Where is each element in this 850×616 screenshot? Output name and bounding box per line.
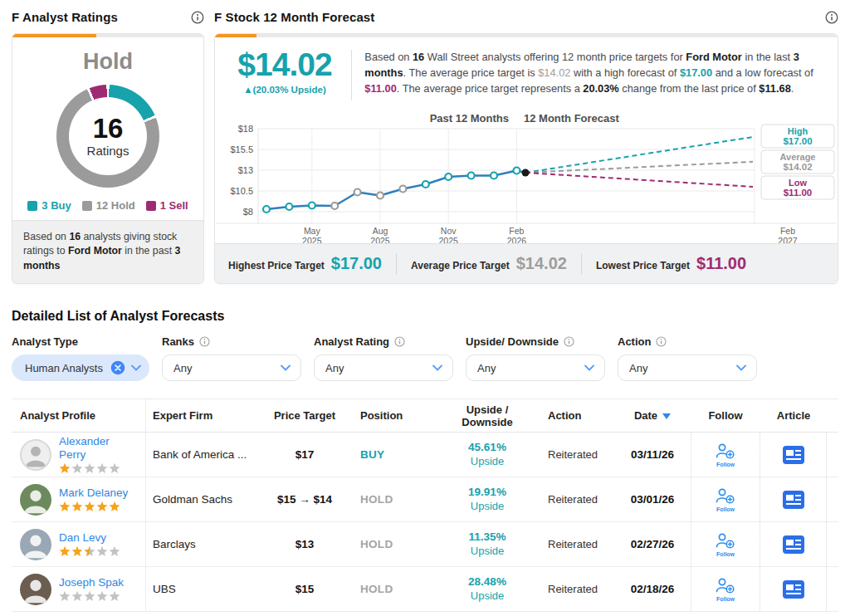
filter-label-row: Analyst Rating xyxy=(314,335,453,348)
table-row: Joseph SpakUBS$15HOLD28.48%UpsideReitera… xyxy=(12,567,838,612)
target-value: $11.00 xyxy=(784,188,813,198)
ratings-count: 16 xyxy=(93,115,124,142)
price-point xyxy=(309,203,315,209)
past-12-months-label: Past 12 Months xyxy=(430,112,509,125)
filter-label: Action xyxy=(618,335,651,348)
follow-cell: Follow xyxy=(691,477,760,521)
forecast-description: Based on 16 Wall Street analysts offerin… xyxy=(364,48,824,97)
star-icon xyxy=(84,501,95,512)
column-header-label: Position xyxy=(360,409,403,422)
column-header-ud[interactable]: Upside / Downside xyxy=(433,399,541,432)
chevron-down-icon xyxy=(131,364,141,371)
column-header-date[interactable]: Date xyxy=(614,399,691,432)
filter-select-action[interactable]: Any xyxy=(618,354,757,381)
analyst-avatar[interactable] xyxy=(20,484,51,516)
follow-button-label: Follow xyxy=(716,462,735,467)
follow-button[interactable]: Follow xyxy=(715,577,736,602)
article-button[interactable] xyxy=(782,579,805,599)
forecast-target-box-low: Low$11.00 xyxy=(761,176,834,199)
legend-swatch xyxy=(27,201,37,211)
analyst-name-block: Joseph Spak xyxy=(59,576,124,603)
filter-label: Upside/ Downside xyxy=(466,335,559,348)
info-icon[interactable] xyxy=(191,11,204,24)
follow-button[interactable]: Follow xyxy=(715,442,736,467)
star-icon xyxy=(96,545,108,557)
star-icon xyxy=(84,545,95,557)
price-point xyxy=(399,186,406,193)
price-target-summary-value: $17.00 xyxy=(331,254,382,273)
forecast-summary: $14.02 ▲(20.03% Upside) Based on 16 Wall… xyxy=(215,37,838,109)
info-icon[interactable] xyxy=(825,11,838,24)
star-icon xyxy=(59,501,71,512)
analyst-type-chip[interactable]: Human Analysts xyxy=(12,354,149,381)
star-icon xyxy=(84,590,95,602)
article-button[interactable] xyxy=(782,445,805,465)
star-icon xyxy=(109,501,120,512)
star-icon xyxy=(59,462,71,474)
follow-cell: Follow xyxy=(691,567,760,611)
upside-downside-cell: 28.48%Upside xyxy=(433,567,541,611)
analyst-avatar[interactable] xyxy=(20,574,51,605)
analyst-forecast-table: Analyst ProfileExpert FirmPrice TargetPo… xyxy=(12,398,838,612)
analyst-star-rating xyxy=(59,545,120,557)
detailed-section-title: Detailed List of Analyst Forecasts xyxy=(12,309,838,324)
article-cell xyxy=(760,477,827,521)
column-header-pos[interactable]: Position xyxy=(354,399,433,432)
table-header-row: Analyst ProfileExpert FirmPrice TargetPo… xyxy=(12,399,838,433)
x-tick-label: Feb2027 xyxy=(778,226,798,245)
analyst-name-block: Mark Delaney xyxy=(59,486,128,513)
analyst-avatar[interactable] xyxy=(20,439,51,471)
analyst-avatar[interactable] xyxy=(20,529,51,560)
average-price-target: $14.02 xyxy=(227,48,343,81)
article-button[interactable] xyxy=(782,535,805,555)
x-tick-label: May2025 xyxy=(302,226,322,245)
info-icon[interactable] xyxy=(564,336,574,347)
follow-analyst-icon xyxy=(715,487,736,506)
expert-firm-cell: Barclays xyxy=(146,522,256,566)
info-icon[interactable] xyxy=(656,336,667,347)
star-icon xyxy=(109,545,120,557)
ratings-donut-chart: 16 Ratings xyxy=(56,85,159,188)
filter-select-analyst-rating[interactable]: Any xyxy=(314,354,453,381)
column-header-firm[interactable]: Expert Firm xyxy=(146,399,256,432)
article-button[interactable] xyxy=(782,490,805,510)
analyst-name-link[interactable]: Mark Delaney xyxy=(59,486,128,500)
article-cell xyxy=(760,522,827,566)
ratings-legend: 3 Buy12 Hold1 Sell xyxy=(12,199,203,212)
ratings-donut-wrap: 16 Ratings xyxy=(12,85,203,188)
legend-label: 1 Sell xyxy=(160,199,188,212)
upside-percent: 45.61% xyxy=(468,440,506,455)
date-cell: 02/18/26 xyxy=(614,567,691,611)
position-cell: HOLD xyxy=(354,567,433,611)
filter-label-row: Ranks xyxy=(162,335,301,348)
column-header-pt[interactable]: Price Target xyxy=(256,399,354,432)
column-header-article[interactable]: Article xyxy=(760,399,827,432)
price-target-summary-label: Highest Price Target xyxy=(228,260,325,271)
star-icon xyxy=(71,501,83,512)
legend-swatch xyxy=(82,201,92,211)
info-icon[interactable] xyxy=(199,336,210,347)
price-point xyxy=(468,173,475,179)
legend-label: 12 Hold xyxy=(96,199,135,212)
expert-firm-cell: UBS xyxy=(146,567,256,611)
filter-select-ranks[interactable]: Any xyxy=(162,354,301,381)
upside-percent: 11.35% xyxy=(468,530,506,545)
price-target-summary: Highest Price Target$17.00 xyxy=(228,254,382,273)
follow-button[interactable]: Follow xyxy=(715,487,736,512)
column-header-action[interactable]: Action xyxy=(541,399,614,432)
analyst-name-link[interactable]: Joseph Spak xyxy=(59,576,124,589)
select-value: Any xyxy=(629,362,647,374)
star-icon xyxy=(96,590,108,602)
table-row: Mark DelaneyGoldman Sachs$15 → $14HOLD19… xyxy=(12,477,838,522)
info-icon[interactable] xyxy=(394,336,405,347)
remove-filter-icon[interactable] xyxy=(110,360,125,375)
filter-select-upside-downside[interactable]: Any xyxy=(466,354,605,381)
action-cell: Reiterated xyxy=(541,433,614,477)
analyst-name-link[interactable]: Alexander Perry xyxy=(59,435,139,461)
price-target-summary: Lowest Price Target$11.00 xyxy=(596,254,746,273)
filter-label-row: Analyst Type xyxy=(12,335,149,348)
follow-button[interactable]: Follow xyxy=(715,532,736,557)
analyst-name-link[interactable]: Dan Levy xyxy=(59,531,120,545)
column-header-profile[interactable]: Analyst Profile xyxy=(12,399,146,432)
column-header-follow[interactable]: Follow xyxy=(691,399,760,432)
